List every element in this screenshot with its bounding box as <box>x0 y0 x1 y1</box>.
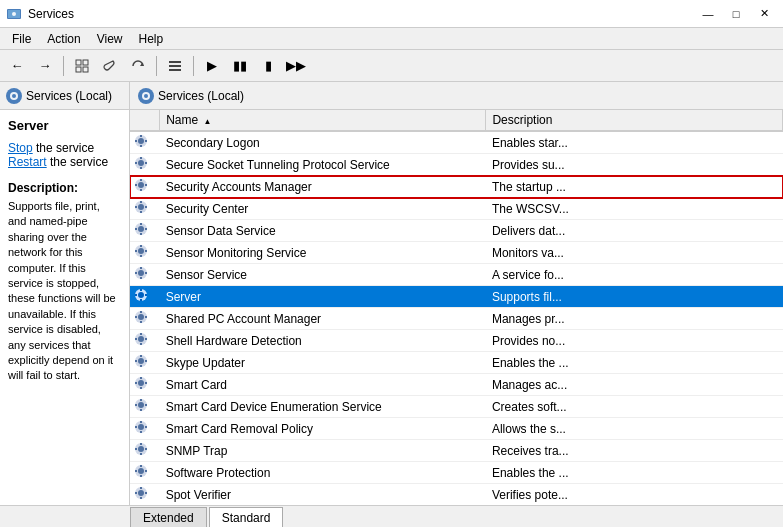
toolbar-back[interactable]: ← <box>4 54 30 78</box>
table-row[interactable]: Shell Hardware DetectionProvides no... <box>130 330 783 352</box>
service-gear-icon <box>134 376 148 390</box>
svg-point-100 <box>138 446 144 452</box>
list-icon <box>168 59 182 73</box>
toolbar-sep-3 <box>193 56 194 76</box>
toolbar-stop[interactable]: ▮ <box>255 54 281 78</box>
table-row[interactable]: Software ProtectionEnables the ... <box>130 462 783 484</box>
services-local-icon <box>6 88 22 104</box>
toolbar-pause[interactable]: ▮▮ <box>227 54 253 78</box>
table-row[interactable]: Shared PC Account ManagerManages pr... <box>130 308 783 330</box>
svg-point-112 <box>138 490 144 496</box>
svg-rect-74 <box>145 338 147 340</box>
col-header-description[interactable]: Description <box>486 110 783 131</box>
table-row[interactable]: Security Accounts ManagerThe startup ... <box>130 176 783 198</box>
tab-extended[interactable]: Extended <box>130 507 207 527</box>
close-button[interactable]: ✕ <box>751 4 777 24</box>
toolbar-view[interactable] <box>69 54 95 78</box>
service-gear-icon <box>134 134 148 148</box>
svg-rect-49 <box>135 250 137 252</box>
toolbar-refresh[interactable] <box>125 54 151 78</box>
table-row[interactable]: ServerSupports fil... <box>130 286 783 308</box>
row-service-name: Secure Socket Tunneling Protocol Service <box>160 154 486 176</box>
tab-standard[interactable]: Standard <box>209 507 284 527</box>
left-panel-header: Services (Local) <box>0 82 129 110</box>
menu-bar: File Action View Help <box>0 28 783 50</box>
toolbar-sep-1 <box>63 56 64 76</box>
bottom-tabs: Extended Standard <box>0 505 783 527</box>
svg-point-88 <box>138 402 144 408</box>
svg-rect-20 <box>145 140 147 142</box>
table-row[interactable]: Sensor ServiceA service fo... <box>130 264 783 286</box>
service-gear-icon <box>134 442 148 456</box>
toolbar-forward[interactable]: → <box>32 54 58 78</box>
row-icon-cell <box>130 242 160 264</box>
services-table[interactable]: Name ▲ Description Secondary LogonEnable… <box>130 110 783 505</box>
table-row[interactable]: Smart Card Device Enumeration ServiceCre… <box>130 396 783 418</box>
svg-point-34 <box>138 204 144 210</box>
svg-rect-84 <box>140 387 142 389</box>
row-service-description: Enables star... <box>486 131 783 154</box>
svg-rect-72 <box>140 343 142 345</box>
description-label: Description: <box>8 181 121 195</box>
row-service-description: The WSCSV... <box>486 198 783 220</box>
svg-rect-25 <box>135 162 137 164</box>
svg-rect-47 <box>140 245 142 247</box>
row-icon-cell <box>130 198 160 220</box>
svg-rect-53 <box>140 267 142 269</box>
row-service-description: Verifies pote... <box>486 484 783 506</box>
title-bar: Services — □ ✕ <box>0 0 783 28</box>
service-gear-icon <box>134 200 148 214</box>
menu-action[interactable]: Action <box>39 30 88 48</box>
row-icon-cell <box>130 176 160 198</box>
table-row[interactable]: SNMP TrapReceives tra... <box>130 440 783 462</box>
service-gear-icon <box>134 398 148 412</box>
svg-rect-56 <box>145 272 147 274</box>
toolbar-play[interactable]: ▶ <box>199 54 225 78</box>
row-service-description: Manages pr... <box>486 308 783 330</box>
table-row[interactable]: Smart CardManages ac... <box>130 374 783 396</box>
row-service-name: Smart Card <box>160 374 486 396</box>
sort-arrow-name: ▲ <box>204 117 212 126</box>
table-row[interactable]: Secondary LogonEnables star... <box>130 131 783 154</box>
toolbar-restart[interactable]: ▶▶ <box>283 54 309 78</box>
row-service-description: A service fo... <box>486 264 783 286</box>
restart-link[interactable]: Restart <box>8 155 47 169</box>
row-service-name: Sensor Service <box>160 264 486 286</box>
table-row[interactable]: Skype UpdaterEnables the ... <box>130 352 783 374</box>
svg-rect-98 <box>145 426 147 428</box>
row-service-name: Spot Verifier <box>160 484 486 506</box>
table-row[interactable]: Smart Card Removal PolicyAllows the s... <box>130 418 783 440</box>
table-row[interactable]: Spot VerifierVerifies pote... <box>130 484 783 506</box>
right-panel-title: Services (Local) <box>158 89 244 103</box>
svg-rect-44 <box>145 228 147 230</box>
menu-file[interactable]: File <box>4 30 39 48</box>
menu-help[interactable]: Help <box>131 30 172 48</box>
svg-rect-18 <box>140 145 142 147</box>
row-service-name: Sensor Monitoring Service <box>160 242 486 264</box>
service-gear-icon <box>134 420 148 434</box>
service-gear-icon <box>134 464 148 478</box>
maximize-button[interactable]: □ <box>723 4 749 24</box>
table-row[interactable]: Sensor Monitoring ServiceMonitors va... <box>130 242 783 264</box>
row-icon-cell <box>130 154 160 176</box>
svg-rect-86 <box>145 382 147 384</box>
row-service-description: Enables the ... <box>486 352 783 374</box>
menu-view[interactable]: View <box>89 30 131 48</box>
minimize-button[interactable]: — <box>695 4 721 24</box>
table-row[interactable]: Security CenterThe WSCSV... <box>130 198 783 220</box>
table-row[interactable]: Sensor Data ServiceDelivers dat... <box>130 220 783 242</box>
refresh-icon <box>131 59 145 73</box>
svg-point-22 <box>138 160 144 166</box>
table-row[interactable]: Secure Socket Tunneling Protocol Service… <box>130 154 783 176</box>
row-service-description: Receives tra... <box>486 440 783 462</box>
svg-point-58 <box>138 292 144 298</box>
col-header-name[interactable]: Name ▲ <box>160 110 486 131</box>
col-header-icon[interactable] <box>130 110 160 131</box>
row-icon-cell <box>130 330 160 352</box>
svg-point-82 <box>138 380 144 386</box>
toolbar-list[interactable] <box>162 54 188 78</box>
svg-rect-73 <box>135 338 137 340</box>
svg-rect-9 <box>169 65 181 67</box>
toolbar-wrench[interactable] <box>97 54 123 78</box>
stop-link[interactable]: Stop <box>8 141 33 155</box>
